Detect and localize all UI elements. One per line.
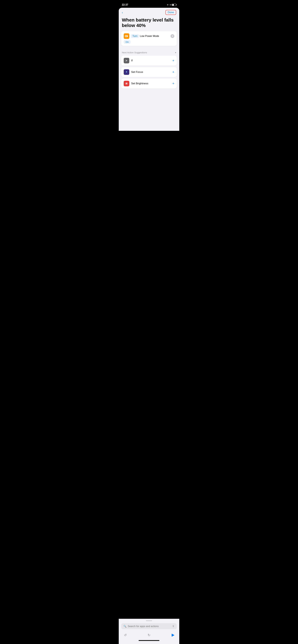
turn-pill[interactable]: Turn: [131, 34, 139, 38]
status-time: 22:37: [122, 4, 128, 6]
suggestion-item-set-focus[interactable]: Set Focus +: [121, 67, 177, 77]
svg-rect-2: [127, 36, 128, 36]
svg-point-7: [126, 83, 127, 84]
svg-line-15: [125, 84, 126, 84]
section-header: Next Action Suggestions ▾: [119, 49, 179, 56]
phone-frame: 22:37 ✈ 44 ‹ Done When battery level fal…: [119, 0, 179, 131]
suggestion-name-brightness: Set Brightness: [131, 82, 148, 85]
done-button[interactable]: Done: [166, 10, 176, 15]
nav-bar: ‹ Done: [119, 8, 179, 16]
action-icon: [124, 33, 129, 39]
close-button[interactable]: ✕: [171, 34, 174, 38]
action-text-row: Turn Low Power Mode: [131, 34, 159, 38]
suggestion-left-brightness: Set Brightness: [124, 81, 148, 86]
svg-line-14: [127, 82, 127, 83]
svg-rect-1: [125, 36, 127, 36]
battery-box: [172, 4, 176, 6]
suggestion-name-focus: Set Focus: [131, 70, 143, 74]
suggestion-item-set-brightness[interactable]: Set Brightness +: [121, 78, 177, 88]
action-row: Turn Low Power Mode ✕: [124, 33, 174, 39]
airplane-icon: ✈: [167, 4, 169, 6]
suggestion-list: If + Set Focus +: [119, 56, 179, 88]
battery-level: [172, 4, 174, 6]
content-spacer: [119, 88, 179, 129]
main-content: ‹ Done When battery level falls below 40…: [119, 8, 179, 131]
close-icon: ✕: [172, 35, 173, 37]
back-button[interactable]: ‹: [122, 11, 123, 14]
add-focus-button[interactable]: +: [172, 70, 174, 74]
add-if-button[interactable]: +: [172, 58, 174, 62]
suggestion-left-focus: Set Focus: [124, 69, 143, 75]
svg-line-13: [127, 84, 127, 84]
battery-text: 44: [170, 4, 172, 6]
back-chevron-icon: ‹: [122, 11, 123, 14]
battery-container: 44: [170, 4, 176, 6]
suggestion-left-if: If: [124, 58, 132, 64]
svg-line-12: [125, 82, 126, 83]
status-icons: ✈ 44: [167, 4, 176, 6]
if-icon-bg: [124, 58, 129, 64]
page-title: When battery level falls below 40%: [119, 16, 179, 31]
mode-label: Low Power Mode: [140, 35, 159, 38]
suggestion-item-if[interactable]: If +: [121, 56, 177, 66]
add-brightness-button[interactable]: +: [172, 82, 174, 86]
suggestion-name-if: If: [131, 59, 132, 62]
suggestions-label: Next Action Suggestions: [122, 51, 147, 54]
status-bar: 22:37 ✈ 44: [119, 0, 179, 8]
focus-icon-bg: [124, 69, 129, 75]
brightness-icon-bg: [124, 81, 129, 86]
svg-point-5: [126, 72, 127, 72]
on-pill[interactable]: On: [124, 40, 130, 44]
action-card: Turn Low Power Mode ✕ On: [121, 31, 177, 46]
action-left: Turn Low Power Mode: [124, 33, 171, 39]
chevron-down-icon[interactable]: ▾: [175, 51, 176, 54]
